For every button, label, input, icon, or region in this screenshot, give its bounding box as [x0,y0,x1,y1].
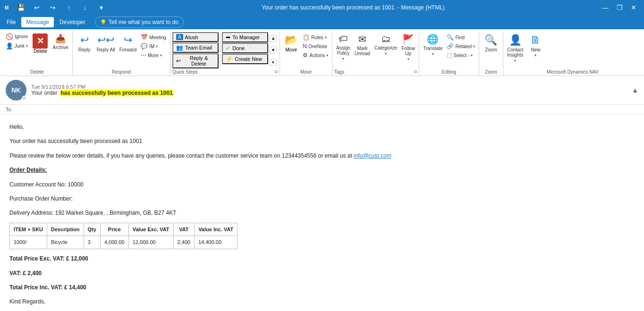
col-value-exc: Value Exc. VAT [128,223,173,236]
im-icon: 💬 [141,43,148,50]
reply-all-icon: ↩↩ [97,34,114,46]
find-button[interactable]: 🔍 Find [445,33,476,42]
meeting-button[interactable]: 📅 Meeting [139,33,168,42]
mark-unread-button[interactable]: ✉ MarkUnread [353,32,372,58]
qs-expand[interactable]: ▾ [270,59,277,66]
email-body: Hello, Your order has successfully been … [0,115,644,311]
col-price: Price [100,223,128,236]
qs-scroll-down[interactable]: ▼ [270,47,277,53]
reply-all-button[interactable]: ↩↩ Reply All [95,32,117,54]
archive-icon: 📥 [55,34,66,44]
reply-button[interactable]: ↩ Reply [75,32,94,54]
window-title: Your order has successfully been process… [262,4,445,11]
save-button[interactable]: 💾 [14,1,27,14]
tags-group-label: Tags ⧉ [334,68,417,76]
menu-developer[interactable]: Developer [55,17,90,27]
title-bar: M 💾 ↩ ↪ ↑ ↓ ▾ Your order has successfull… [0,0,644,15]
close-button[interactable]: ✕ [627,1,640,14]
more-respond-button[interactable]: ⋯ More ▾ [139,51,168,59]
junk-icon: 👤 [6,42,13,50]
collapse-button[interactable]: ▲ [632,86,638,94]
actions-button[interactable]: ⚙ Actions ▾ [301,51,330,59]
dynamics-group: 👤 ContactInsights ▾ 🗎 New ▾ Microsoft Dy… [503,31,642,76]
forward-icon: ↪ [124,34,132,46]
atush-button[interactable]: A Atush [172,32,219,42]
related-dropdown: ▾ [473,44,475,49]
menu-message[interactable]: Message [21,17,54,27]
customer-account: Customer Account No: 10000 [9,180,635,189]
email-header: NK Tue 9/11/2018 6:57 PM Your order has … [0,76,644,105]
window-controls: — ❐ ✕ [599,1,640,14]
find-icon: 🔍 [447,34,454,41]
junk-button[interactable]: 👤 Junk ▾ [4,42,30,50]
done-button[interactable]: ✓ Done [222,43,268,53]
move-down-button[interactable]: ↓ [78,1,92,14]
create-new-icon: ⚡ [226,56,233,62]
reply-delete-button[interactable]: ↩ Reply & Delete [172,53,219,68]
more-dropdown-arrow: ▾ [160,53,162,58]
translate-button[interactable]: 🌐 Translate ▾ [421,32,444,58]
qs-separator [220,33,220,67]
cell-desc: Bicycle [47,236,84,249]
select-button[interactable]: ⬚ Select - ▾ [445,51,476,59]
move-icon: 📂 [285,34,297,46]
select-icon: ⬚ [447,52,452,59]
minimize-button[interactable]: — [599,1,612,14]
actions-dropdown: ▾ [326,53,328,58]
follow-up-button[interactable]: 🚩 FollowUp ▾ [399,32,417,63]
app-icon: M [4,4,11,11]
im-button[interactable]: 💬 IM ▾ [139,42,168,50]
new-icon: 🗎 [530,34,541,46]
move-button[interactable]: 📂 Move [282,32,300,54]
redo-button[interactable]: ↪ [46,1,59,14]
total-exc: Total Price Exc. VAT: £ 12,000 [9,255,88,262]
col-item-sku: ITEM + SKU [10,223,47,236]
to-manager-icon: ➡ [226,34,230,41]
follow-up-dropdown: ▾ [407,57,409,61]
rules-button[interactable]: 📋 Rules ▾ [301,33,330,42]
new-button[interactable]: 🗎 New ▾ [525,32,545,59]
main-content: NK Tue 9/11/2018 6:57 PM Your order has … [0,76,644,311]
delete-group: 🚫 Ignore 👤 Junk ▾ ✕ Delete 📥 Archive [2,31,73,76]
delete-buttons: 🚫 Ignore 👤 Junk ▾ ✕ Delete 📥 Archive [4,32,70,68]
quick-steps-buttons: A Atush 👥 Team Email ↩ Reply & Delete ➡ … [172,32,278,68]
onenote-button[interactable]: N OneNote [301,42,330,50]
contact-insights-button[interactable]: 👤 ContactInsights ▾ [505,32,525,65]
quick-access-more[interactable]: ▾ [94,1,108,14]
ignore-button[interactable]: 🚫 Ignore [4,32,30,41]
editing-buttons: 🌐 Translate ▾ 🔍 Find 🔗 Related ▾ ⬚ Selec… [421,32,477,68]
related-icon: 🔗 [447,43,454,50]
avatar-status [22,96,26,101]
email-subject-highlight: Your order has successfully been process… [31,90,627,96]
categorize-button[interactable]: 🗂 Categorize ▾ [373,32,399,57]
forward-button[interactable]: ↪ Forward [118,32,139,54]
cell-value-exc: 12,000.00 [128,236,173,249]
menu-file[interactable]: File [2,17,20,27]
order-number: 1001 [160,90,173,96]
move-group-label: Move [282,68,330,76]
email-link[interactable]: info@cust.com [354,152,391,159]
archive-button[interactable]: 📥 Archive [51,32,70,51]
undo-button[interactable]: ↩ [30,1,43,14]
tell-me-input[interactable]: 💡 Tell me what you want to do [95,17,184,28]
respond-group: ↩ Reply ↩↩ Reply All ↪ Forward 📅 Meeting… [73,31,170,76]
related-button[interactable]: 🔗 Related ▾ [445,42,476,50]
cell-vat: 2,400 [173,236,195,249]
col-description: Description [47,223,84,236]
move-up-button[interactable]: ↑ [62,1,76,14]
body-line2: Please review the below order details, i… [9,151,635,160]
qs-scroll-up[interactable]: ▲ [270,35,277,42]
email-meta: Tue 9/11/2018 6:57 PM Your order has suc… [31,84,627,96]
team-email-button[interactable]: 👥 Team Email [172,42,219,53]
to-manager-button[interactable]: ➡ To Manager [222,32,268,42]
rules-dropdown: ▾ [325,35,327,40]
qs-expand-icon: ⧉ [275,69,278,75]
restore-button[interactable]: ❐ [613,1,626,14]
svg-text:M: M [5,5,8,10]
cell-qty: 3 [84,236,100,249]
create-new-button[interactable]: ⚡ Create New [222,54,268,64]
zoom-button[interactable]: 🔍 Zoom [481,32,501,54]
delete-button[interactable]: ✕ Delete [30,32,50,55]
quick-steps-label: Quick Steps ⧉ [172,68,278,76]
assign-policy-button[interactable]: 🏷 AssignPolicy ▾ [334,32,352,62]
